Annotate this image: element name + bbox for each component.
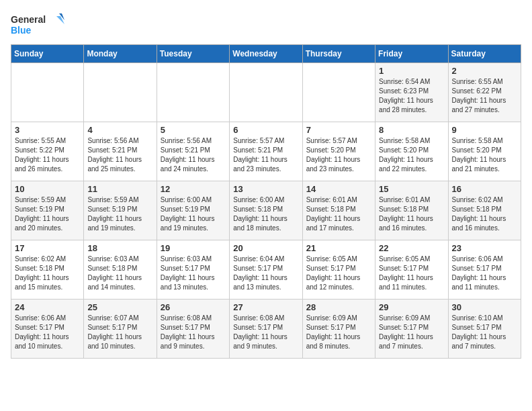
day-number: 16	[452, 184, 517, 194]
day-number: 13	[233, 184, 298, 194]
calendar-cell: 8 Sunrise: 5:58 AM Sunset: 5:20 PM Dayli…	[375, 122, 448, 181]
day-info: Sunrise: 5:56 AM Sunset: 5:21 PM Dayligh…	[161, 136, 226, 174]
daylight-label: Daylight: 11 hours and 13 minutes.	[161, 274, 215, 291]
day-info: Sunrise: 6:06 AM Sunset: 5:17 PM Dayligh…	[452, 255, 517, 292]
calendar-cell: 2 Sunrise: 6:55 AM Sunset: 6:22 PM Dayli…	[448, 63, 521, 122]
day-number: 22	[379, 243, 444, 253]
svg-text:Blue: Blue	[11, 25, 32, 36]
daylight-label: Daylight: 11 hours and 17 minutes.	[306, 215, 361, 232]
sunset-label: Sunset: 5:18 PM	[452, 205, 502, 213]
daylight-label: Daylight: 11 hours and 11 minutes.	[379, 274, 433, 291]
sunrise-label: Sunrise: 6:55 AM	[452, 78, 503, 85]
calendar-cell: 13 Sunrise: 6:00 AM Sunset: 5:18 PM Dayl…	[230, 181, 302, 240]
sunset-label: Sunset: 5:20 PM	[452, 146, 502, 154]
daylight-label: Daylight: 11 hours and 11 minutes.	[452, 274, 506, 291]
sunrise-label: Sunrise: 5:56 AM	[87, 137, 138, 144]
sunset-label: Sunset: 5:17 PM	[306, 265, 356, 272]
sunrise-label: Sunrise: 6:02 AM	[452, 196, 503, 203]
day-info: Sunrise: 6:00 AM Sunset: 5:19 PM Dayligh…	[161, 195, 226, 233]
calendar-cell: 26 Sunrise: 6:08 AM Sunset: 5:17 PM Dayl…	[157, 300, 229, 359]
day-info: Sunrise: 5:58 AM Sunset: 5:20 PM Dayligh…	[452, 136, 517, 174]
day-number: 15	[379, 184, 444, 194]
calendar-cell: 21 Sunrise: 6:05 AM Sunset: 5:17 PM Dayl…	[302, 240, 375, 300]
sunrise-label: Sunrise: 6:05 AM	[306, 255, 357, 263]
calendar-header-saturday: Saturday	[448, 45, 521, 63]
sunrise-label: Sunrise: 6:00 AM	[161, 196, 212, 203]
sunset-label: Sunset: 5:17 PM	[452, 324, 502, 331]
day-info: Sunrise: 6:05 AM Sunset: 5:17 PM Dayligh…	[379, 255, 444, 292]
day-info: Sunrise: 6:02 AM Sunset: 5:18 PM Dayligh…	[452, 195, 517, 233]
day-info: Sunrise: 6:08 AM Sunset: 5:17 PM Dayligh…	[161, 314, 226, 351]
calendar-header-wednesday: Wednesday	[230, 45, 302, 63]
sunrise-label: Sunrise: 5:57 AM	[233, 137, 284, 144]
sunset-label: Sunset: 5:18 PM	[87, 265, 137, 272]
daylight-label: Daylight: 11 hours and 15 minutes.	[15, 274, 69, 291]
day-number: 12	[161, 184, 226, 194]
day-info: Sunrise: 5:56 AM Sunset: 5:21 PM Dayligh…	[87, 136, 152, 174]
sunset-label: Sunset: 5:20 PM	[306, 146, 356, 154]
day-number: 14	[306, 184, 371, 194]
daylight-label: Daylight: 11 hours and 28 minutes.	[379, 97, 433, 113]
daylight-label: Daylight: 11 hours and 18 minutes.	[233, 215, 287, 232]
sunrise-label: Sunrise: 6:08 AM	[161, 314, 212, 322]
calendar-cell: 5 Sunrise: 5:56 AM Sunset: 5:21 PM Dayli…	[157, 122, 229, 181]
day-number: 26	[161, 302, 226, 312]
day-info: Sunrise: 6:01 AM Sunset: 5:18 PM Dayligh…	[379, 195, 444, 233]
day-number: 24	[15, 302, 80, 312]
calendar-header-friday: Friday	[375, 45, 448, 63]
day-info: Sunrise: 6:09 AM Sunset: 5:17 PM Dayligh…	[306, 314, 371, 351]
sunset-label: Sunset: 5:17 PM	[379, 324, 429, 331]
calendar-cell	[11, 63, 84, 122]
calendar-cell	[157, 63, 229, 122]
daylight-label: Daylight: 11 hours and 8 minutes.	[306, 333, 361, 350]
sunrise-label: Sunrise: 5:58 AM	[379, 137, 430, 144]
sunrise-label: Sunrise: 6:03 AM	[87, 255, 138, 263]
daylight-label: Daylight: 11 hours and 20 minutes.	[15, 215, 69, 232]
calendar-cell: 25 Sunrise: 6:07 AM Sunset: 5:17 PM Dayl…	[84, 300, 157, 359]
day-info: Sunrise: 6:06 AM Sunset: 5:17 PM Dayligh…	[15, 314, 80, 351]
day-info: Sunrise: 6:05 AM Sunset: 5:17 PM Dayligh…	[306, 255, 371, 292]
calendar-cell: 23 Sunrise: 6:06 AM Sunset: 5:17 PM Dayl…	[448, 240, 521, 300]
day-number: 19	[161, 243, 226, 253]
day-number: 2	[452, 66, 517, 76]
day-info: Sunrise: 5:57 AM Sunset: 5:20 PM Dayligh…	[306, 136, 371, 174]
sunset-label: Sunset: 5:17 PM	[379, 265, 429, 272]
calendar-week-3: 10 Sunrise: 5:59 AM Sunset: 5:19 PM Dayl…	[11, 181, 521, 240]
daylight-label: Daylight: 11 hours and 10 minutes.	[15, 333, 69, 350]
sunrise-label: Sunrise: 6:05 AM	[379, 255, 430, 263]
day-info: Sunrise: 5:55 AM Sunset: 5:22 PM Dayligh…	[15, 136, 80, 174]
day-number: 4	[87, 125, 152, 135]
sunrise-label: Sunrise: 5:57 AM	[306, 137, 357, 144]
day-info: Sunrise: 6:00 AM Sunset: 5:18 PM Dayligh…	[233, 195, 298, 233]
calendar-header-thursday: Thursday	[302, 45, 375, 63]
logo-icon: General Blue	[11, 11, 64, 38]
sunrise-label: Sunrise: 6:09 AM	[306, 314, 357, 322]
calendar-cell: 28 Sunrise: 6:09 AM Sunset: 5:17 PM Dayl…	[302, 300, 375, 359]
day-number: 7	[306, 125, 371, 135]
day-number: 18	[87, 243, 152, 253]
calendar-cell: 10 Sunrise: 5:59 AM Sunset: 5:19 PM Dayl…	[11, 181, 84, 240]
daylight-label: Daylight: 11 hours and 7 minutes.	[379, 333, 433, 350]
sunset-label: Sunset: 5:17 PM	[452, 265, 502, 272]
calendar-header-sunday: Sunday	[11, 45, 84, 63]
calendar-cell: 22 Sunrise: 6:05 AM Sunset: 5:17 PM Dayl…	[375, 240, 448, 300]
day-number: 25	[87, 302, 152, 312]
daylight-label: Daylight: 11 hours and 16 minutes.	[379, 215, 433, 232]
daylight-label: Daylight: 11 hours and 12 minutes.	[306, 274, 361, 291]
sunrise-label: Sunrise: 6:00 AM	[233, 196, 284, 203]
calendar-cell: 16 Sunrise: 6:02 AM Sunset: 5:18 PM Dayl…	[448, 181, 521, 240]
calendar-cell: 27 Sunrise: 6:08 AM Sunset: 5:17 PM Dayl…	[230, 300, 302, 359]
day-info: Sunrise: 6:07 AM Sunset: 5:17 PM Dayligh…	[87, 314, 152, 351]
daylight-label: Daylight: 11 hours and 21 minutes.	[452, 156, 506, 173]
sunrise-label: Sunrise: 6:01 AM	[379, 196, 430, 203]
sunset-label: Sunset: 5:22 PM	[15, 146, 64, 154]
day-number: 3	[15, 125, 80, 135]
calendar-cell: 15 Sunrise: 6:01 AM Sunset: 5:18 PM Dayl…	[375, 181, 448, 240]
sunset-label: Sunset: 5:18 PM	[15, 265, 64, 272]
day-number: 21	[306, 243, 371, 253]
daylight-label: Daylight: 11 hours and 27 minutes.	[452, 97, 506, 113]
calendar-cell: 30 Sunrise: 6:10 AM Sunset: 5:17 PM Dayl…	[448, 300, 521, 359]
daylight-label: Daylight: 11 hours and 19 minutes.	[161, 215, 215, 232]
calendar-cell: 7 Sunrise: 5:57 AM Sunset: 5:20 PM Dayli…	[302, 122, 375, 181]
sunrise-label: Sunrise: 5:59 AM	[15, 196, 66, 203]
